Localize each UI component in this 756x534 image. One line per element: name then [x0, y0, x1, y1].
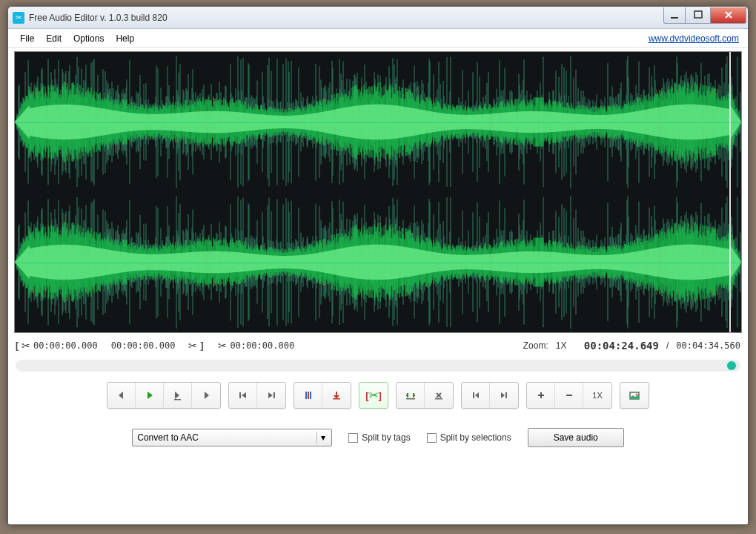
- svg-rect-9: [406, 398, 415, 400]
- toolbar: [✂] 1X: [107, 382, 649, 409]
- add-marker-button[interactable]: [294, 383, 322, 408]
- svg-rect-2: [174, 399, 181, 400]
- split-by-tags-label: Split by tags: [362, 432, 410, 443]
- svg-rect-6: [308, 392, 309, 399]
- convert-format-dropdown[interactable]: Convert to AAC ▾: [132, 429, 332, 446]
- svg-rect-0: [671, 17, 678, 19]
- selection-start-bracket-icon: [: [16, 340, 19, 351]
- svg-rect-3: [239, 392, 241, 398]
- total-duration: 00:04:34.560: [676, 340, 740, 351]
- waveform-display[interactable]: [14, 51, 742, 333]
- svg-rect-5: [305, 392, 307, 399]
- svg-point-14: [636, 394, 638, 396]
- split-by-selections-label: Split by selections: [440, 432, 511, 443]
- split-by-selections-checkbox[interactable]: Split by selections: [427, 432, 511, 443]
- cut-selection-button[interactable]: [✂]: [359, 383, 388, 408]
- current-position: 00:04:24.649: [584, 340, 659, 352]
- menu-edit[interactable]: Edit: [40, 31, 67, 46]
- time-info-bar: [✂ 00:00:00.000 00:00:00.000 ✂] ✂ 00:00:…: [14, 333, 742, 354]
- trim-outside-button[interactable]: [397, 383, 425, 408]
- skip-back-button[interactable]: [107, 383, 136, 408]
- zoom-out-button[interactable]: [555, 383, 583, 408]
- menubar: File Edit Options Help www.dvdvideosoft.…: [8, 29, 748, 48]
- svg-rect-10: [435, 398, 442, 400]
- scissors-icon: ✂: [21, 340, 30, 352]
- svg-rect-8: [333, 398, 340, 400]
- minimize-button[interactable]: [663, 7, 686, 24]
- svg-rect-11: [473, 392, 474, 398]
- bottom-bar: Convert to AAC ▾ Split by tags Split by …: [132, 428, 623, 447]
- menu-options[interactable]: Options: [67, 31, 110, 46]
- split-by-tags-checkbox[interactable]: Split by tags: [348, 432, 410, 443]
- time-separator: /: [666, 340, 669, 351]
- play-button[interactable]: [136, 383, 164, 408]
- convert-format-value: Convert to AAC: [137, 432, 199, 443]
- window-controls: [663, 7, 746, 24]
- scrollbar-thumb[interactable]: [727, 361, 736, 370]
- selection-end-time: 00:00:00.000: [111, 340, 176, 351]
- screenshot-button[interactable]: [620, 383, 649, 408]
- svg-rect-7: [310, 392, 311, 399]
- selection-start-button[interactable]: [462, 383, 490, 408]
- close-button[interactable]: [711, 7, 746, 24]
- menu-file[interactable]: File: [14, 31, 40, 46]
- play-selection-button[interactable]: [164, 383, 192, 408]
- svg-rect-1: [694, 11, 702, 18]
- skip-forward-button[interactable]: [192, 383, 220, 408]
- dropdown-caret-icon: ▾: [316, 432, 328, 444]
- selection-end-bracket-icon: ]: [200, 340, 203, 351]
- app-window: ✂ Free Audio Editor v. 1.0.3 build 820 F…: [7, 6, 749, 525]
- selection-start-time: 00:00:00.000: [33, 340, 98, 351]
- checkbox-box-icon: [427, 433, 437, 443]
- svg-rect-12: [505, 392, 507, 398]
- zoom-label: Zoom:: [523, 340, 548, 351]
- zoom-in-button[interactable]: [527, 383, 555, 408]
- scissors-icon: ✂: [188, 340, 197, 352]
- selection-end-button[interactable]: [490, 383, 518, 408]
- zoom-value: 1X: [556, 340, 567, 351]
- app-icon: ✂: [13, 12, 24, 24]
- zoom-level-button[interactable]: 1X: [583, 383, 611, 408]
- cut-position-time: 00:00:00.000: [230, 340, 294, 351]
- waveform-scrollbar[interactable]: [16, 360, 740, 372]
- save-audio-label: Save audio: [554, 432, 598, 443]
- titlebar[interactable]: ✂ Free Audio Editor v. 1.0.3 build 820: [8, 7, 748, 29]
- checkbox-box-icon: [348, 433, 358, 443]
- window-title: Free Audio Editor v. 1.0.3 build 820: [29, 13, 168, 23]
- go-to-end-button[interactable]: [257, 383, 285, 408]
- website-link[interactable]: www.dvdvideosoft.com: [649, 33, 742, 44]
- menu-help[interactable]: Help: [110, 31, 140, 46]
- delete-selection-button[interactable]: [425, 383, 453, 408]
- playhead-cursor[interactable]: [729, 52, 731, 332]
- go-to-start-button[interactable]: [229, 383, 257, 408]
- scissors-icon: ✂: [218, 340, 227, 352]
- maximize-button[interactable]: [686, 7, 711, 24]
- save-audio-button[interactable]: Save audio: [528, 428, 624, 447]
- set-marker-down-button[interactable]: [322, 383, 351, 408]
- svg-rect-4: [273, 392, 275, 398]
